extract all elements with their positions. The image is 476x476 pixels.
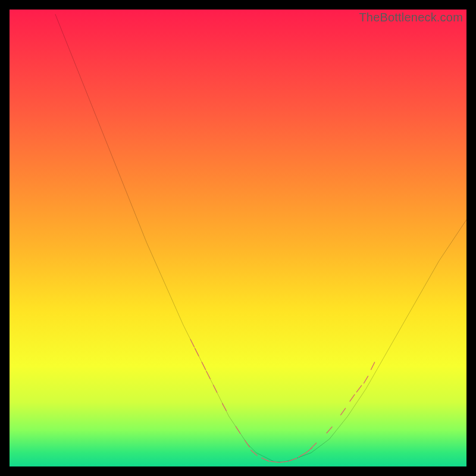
marker-dash xyxy=(245,440,249,447)
marker-dash xyxy=(371,362,374,369)
marker-dash xyxy=(280,461,288,462)
marker-dash xyxy=(271,461,279,462)
marker-dash xyxy=(327,427,332,433)
marker-dash xyxy=(350,394,355,401)
marker-dash xyxy=(289,458,297,461)
marker-dash xyxy=(195,349,199,356)
marker-dash xyxy=(206,371,210,378)
chart-svg xyxy=(10,10,466,466)
marker-dash xyxy=(341,408,346,415)
bottleneck-curve xyxy=(55,14,466,462)
marker-dash xyxy=(262,458,270,462)
marker-dash xyxy=(299,453,306,457)
marker-dash xyxy=(356,386,361,392)
marker-dash xyxy=(236,427,240,434)
marker-dash xyxy=(251,450,257,455)
marker-dash xyxy=(364,376,368,383)
plot-area: TheBottleneck.com xyxy=(10,10,466,466)
marker-dash xyxy=(190,339,194,346)
marker-dash xyxy=(311,443,317,449)
marker-dash xyxy=(214,385,217,392)
watermark-text: TheBottleneck.com xyxy=(359,11,463,24)
highlighted-segments xyxy=(190,339,375,462)
marker-dash xyxy=(202,362,205,369)
marker-dash xyxy=(223,403,227,411)
chart-frame: TheBottleneck.com xyxy=(0,0,476,476)
